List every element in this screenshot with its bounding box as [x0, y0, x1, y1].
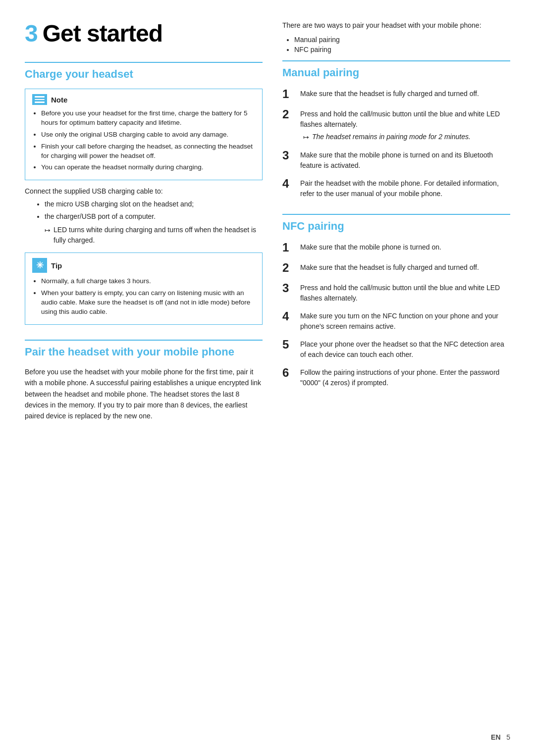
footer-page-num: 5 [506, 733, 510, 741]
step-sub: ↦The headset remains in pairing mode for… [300, 132, 510, 143]
step-number: 4 [282, 309, 295, 324]
note-icon-line-1 [35, 96, 45, 98]
tip-label: Tip [51, 261, 62, 270]
note-icon-line-3 [35, 101, 45, 103]
manual-step: 1Make sure that the headset is fully cha… [282, 87, 510, 101]
step-number: 2 [282, 261, 295, 275]
step-text: Pair the headset with the mobile phone. … [300, 177, 510, 199]
connect-list-item: the charger/USB port of a computer. [45, 211, 263, 222]
note-box: Note Before you use your headset for the… [25, 89, 263, 180]
charge-section-heading: Charge your headset [25, 62, 263, 81]
step-number: 1 [282, 241, 295, 255]
manual-pairing-heading: Manual pairing [282, 60, 510, 79]
tip-list-item: Normally, a full charge takes 3 hours. [41, 277, 255, 286]
note-list-item: You can operate the headset normally dur… [41, 163, 255, 172]
manual-pairing-steps: 1Make sure that the headset is fully cha… [282, 87, 510, 199]
note-icon [32, 94, 47, 105]
led-note: ↦ LED turns white during charging and tu… [25, 225, 263, 246]
step-text: Make sure you turn on the NFC function o… [300, 309, 510, 332]
intro-text: There are two ways to pair your headset … [282, 20, 510, 31]
note-list-item: Before you use your headset for the firs… [41, 109, 255, 128]
page-title: 3Get started [25, 20, 263, 47]
step-number: 3 [282, 281, 295, 296]
manual-step: 2Press and hold the call/music button un… [282, 107, 510, 143]
arrow-symbol: ↦ [45, 225, 51, 236]
nfc-step: 3Press and hold the call/music button un… [282, 281, 510, 303]
manual-step: 4Pair the headset with the mobile phone.… [282, 177, 510, 199]
intro-list: Manual pairingNFC pairing [282, 36, 510, 53]
note-header: Note [32, 94, 255, 105]
nfc-step: 6Follow the pairing instructions of your… [282, 366, 510, 388]
note-list-item: Use only the original USB charging cable… [41, 130, 255, 140]
nfc-pairing-heading: NFC pairing [282, 214, 510, 233]
tip-list-item: When your battery is empty, you can carr… [41, 289, 255, 317]
chapter-number: 3 [25, 20, 38, 47]
connect-list: the micro USB charging slot on the heads… [25, 199, 263, 222]
tip-box: ✳ Tip Normally, a full charge takes 3 ho… [25, 252, 263, 325]
step-text: Make sure that the mobile phone is turne… [300, 241, 441, 252]
tip-list: Normally, a full charge takes 3 hours.Wh… [32, 277, 255, 317]
nfc-step: 5Place your phone over the headset so th… [282, 338, 510, 360]
footer: EN 5 [491, 733, 510, 741]
right-column: There are two ways to pair your headset … [282, 20, 510, 736]
connect-text: Connect the supplied USB charging cable … [25, 187, 263, 195]
chapter-title: Get started [43, 20, 162, 47]
pair-section-body: Before you use the headset with your mob… [25, 366, 263, 422]
nfc-step: 4Make sure you turn on the NFC function … [282, 309, 510, 332]
note-icon-line-2 [35, 99, 45, 101]
nfc-pairing-steps: 1Make sure that the mobile phone is turn… [282, 241, 510, 388]
step-number: 4 [282, 177, 295, 191]
step-number: 2 [282, 107, 295, 122]
left-column: 3Get started Charge your headset Note Be… [25, 20, 263, 736]
manual-step: 3Make sure that the mobile phone is turn… [282, 149, 510, 171]
step-text: Follow the pairing instructions of your … [300, 366, 510, 388]
step-number: 6 [282, 366, 295, 380]
intro-list-item: Manual pairing [294, 36, 510, 44]
nfc-step: 1Make sure that the mobile phone is turn… [282, 241, 510, 255]
step-number: 5 [282, 338, 295, 352]
step-text: Press and hold the call/music button unt… [300, 281, 510, 303]
step-number: 1 [282, 87, 295, 101]
footer-lang: EN [491, 733, 500, 741]
note-label: Note [51, 96, 67, 104]
step-text: Press and hold the call/music button unt… [300, 107, 510, 143]
intro-list-item: NFC pairing [294, 46, 510, 53]
step-number: 3 [282, 149, 295, 163]
led-note-text: LED turns white during charging and turn… [54, 225, 263, 246]
connect-list-item: the micro USB charging slot on the heads… [45, 199, 263, 209]
step-sub-text: The headset remains in pairing mode for … [312, 132, 471, 142]
step-text: Make sure that the mobile phone is turne… [300, 149, 510, 171]
tip-header: ✳ Tip [32, 258, 255, 273]
note-list-item: Finish your call before charging the hea… [41, 142, 255, 161]
note-list: Before you use your headset for the firs… [32, 109, 255, 172]
step-text: Place your phone over the headset so tha… [300, 338, 510, 360]
step-text: Make sure that the headset is fully char… [300, 261, 479, 273]
step-sub-arrow: ↦ [303, 132, 309, 143]
pair-section-heading: Pair the headset with your mobile phone [25, 340, 263, 358]
nfc-step: 2Make sure that the headset is fully cha… [282, 261, 510, 275]
step-text: Make sure that the headset is fully char… [300, 87, 479, 99]
tip-icon: ✳ [32, 258, 47, 273]
